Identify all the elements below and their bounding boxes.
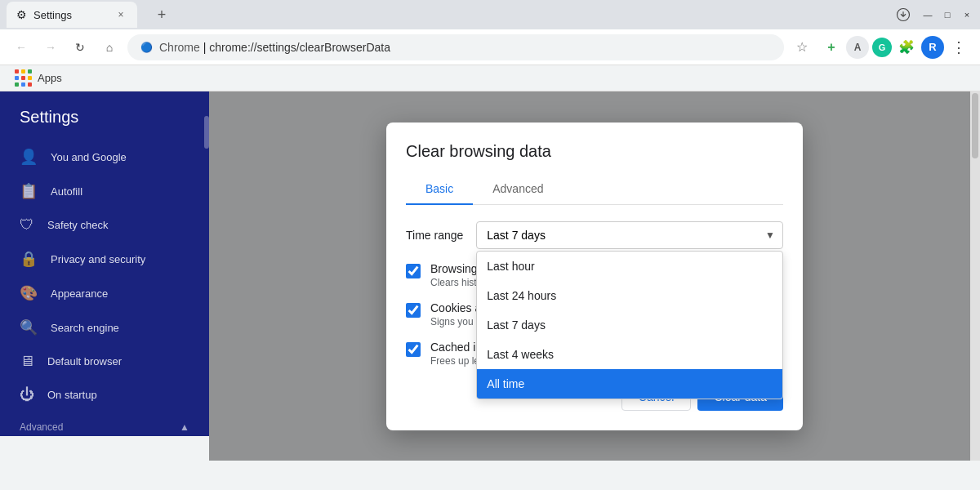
sidebar-container: Settings 👤 You and Google 📋 Autofill 🛡 S… <box>0 91 209 461</box>
on-startup-label: On startup <box>47 389 189 401</box>
you-and-google-label: You and Google <box>51 151 189 163</box>
grammarly-icon[interactable]: G <box>872 38 892 57</box>
back-button[interactable]: ← <box>10 36 33 59</box>
sidebar-item-default-browser[interactable]: 🖥 Default browser <box>0 345 209 378</box>
appearance-icon: 🎨 <box>20 284 38 302</box>
advanced-section[interactable]: Advanced ▲ <box>0 412 209 436</box>
privacy-security-label: Privacy and security <box>51 253 189 265</box>
url-text: Chrome | chrome://settings/clearBrowserD… <box>159 41 771 54</box>
dropdown-option-last-4-weeks[interactable]: Last 4 weeks <box>477 340 782 369</box>
dialog-tabs: Basic Advanced <box>406 174 783 205</box>
cookies-checkbox[interactable] <box>406 303 421 318</box>
tab-close-button[interactable]: × <box>114 8 127 21</box>
dropdown-option-last-7-days[interactable]: Last 7 days <box>477 310 782 340</box>
tab-title: Settings <box>33 9 108 21</box>
forward-button[interactable]: → <box>39 36 62 59</box>
profile-avatar-button[interactable]: R <box>921 36 944 59</box>
minimize-button[interactable]: — <box>921 8 934 21</box>
sidebar: Settings 👤 You and Google 📋 Autofill 🛡 S… <box>0 91 209 436</box>
sidebar-item-privacy-security[interactable]: 🔒 Privacy and security <box>0 242 209 276</box>
default-browser-label: Default browser <box>47 355 189 368</box>
privacy-security-icon: 🔒 <box>20 250 38 268</box>
tab-advanced[interactable]: Advanced <box>473 174 563 205</box>
new-tab-button[interactable]: + <box>150 3 173 26</box>
advanced-label: Advanced <box>20 421 63 433</box>
on-startup-icon: ⏻ <box>20 386 34 403</box>
window-controls: — □ × <box>921 8 973 21</box>
extensions-icon[interactable]: 🧩 <box>895 36 918 59</box>
tab-favicon: ⚙ <box>16 8 27 21</box>
url-site: Chrome <box>159 41 200 54</box>
apps-label: Apps <box>38 72 62 84</box>
sidebar-scroll: 👤 You and Google 📋 Autofill 🛡 Safety che… <box>0 140 209 436</box>
browsing-history-checkbox[interactable] <box>406 264 421 278</box>
extensions-plus-icon[interactable]: + <box>820 36 843 59</box>
url-path: chrome://settings/clearBrowserData <box>209 41 390 54</box>
address-bar: ← → ↻ ⌂ 🔵 Chrome | chrome://settings/cle… <box>0 29 980 65</box>
search-engine-icon: 🔍 <box>20 318 38 336</box>
translate-icon[interactable]: A <box>846 36 869 59</box>
time-range-display[interactable]: Last 7 days <box>476 221 783 249</box>
close-button[interactable]: × <box>960 8 973 21</box>
safety-check-icon: 🛡 <box>20 216 34 234</box>
url-bar[interactable]: 🔵 Chrome | chrome://settings/clearBrowse… <box>127 34 784 60</box>
download-button[interactable] <box>892 3 915 26</box>
time-range-select-wrapper[interactable]: Last 7 days ▼ Last hour Last 24 hours La… <box>476 221 783 249</box>
advanced-arrow-icon: ▲ <box>180 421 189 433</box>
dropdown-option-last-hour[interactable]: Last hour <box>477 252 782 281</box>
page-area: Clear browsing data Basic Advanced Time … <box>209 91 980 461</box>
cache-checkbox[interactable] <box>406 342 421 357</box>
safety-check-label: Safety check <box>47 219 189 231</box>
sidebar-item-on-startup[interactable]: ⏻ On startup <box>0 378 209 412</box>
tab-basic[interactable]: Basic <box>406 174 473 205</box>
modal-overlay: Clear browsing data Basic Advanced Time … <box>209 91 980 461</box>
autofill-label: Autofill <box>51 185 189 198</box>
maximize-button[interactable]: □ <box>941 8 954 21</box>
apps-grid-icon <box>15 69 33 87</box>
toolbar-icons: + A G 🧩 R ⋮ <box>820 36 970 59</box>
bookmarks-bar: Apps <box>0 65 980 91</box>
bookmark-star-button[interactable]: ☆ <box>791 36 813 59</box>
you-and-google-icon: 👤 <box>20 148 38 166</box>
sidebar-title: Settings <box>0 91 209 140</box>
sidebar-item-autofill[interactable]: 📋 Autofill <box>0 174 209 208</box>
url-security-icon: 🔵 <box>140 42 153 53</box>
sidebar-item-safety-check[interactable]: 🛡 Safety check <box>0 208 209 242</box>
autofill-icon: 📋 <box>20 182 38 200</box>
sidebar-item-appearance[interactable]: 🎨 Appearance <box>0 276 209 310</box>
apps-button[interactable]: Apps <box>10 66 67 91</box>
dropdown-option-all-time[interactable]: All time <box>477 369 782 399</box>
refresh-button[interactable]: ↻ <box>69 36 91 59</box>
appearance-label: Appearance <box>51 287 189 300</box>
page-scrollbar[interactable] <box>970 91 980 461</box>
home-button[interactable]: ⌂ <box>98 36 121 59</box>
main-content: Settings 👤 You and Google 📋 Autofill 🛡 S… <box>0 91 980 461</box>
time-range-label: Time range <box>406 229 463 242</box>
sidebar-item-search-engine[interactable]: 🔍 Search engine <box>0 310 209 345</box>
dropdown-option-last-24-hours[interactable]: Last 24 hours <box>477 281 782 310</box>
default-browser-icon: 🖥 <box>20 353 34 370</box>
active-tab[interactable]: ⚙ Settings × <box>7 2 137 28</box>
menu-button[interactable]: ⋮ <box>947 36 970 59</box>
time-range-dropdown[interactable]: Last hour Last 24 hours Last 7 days Last… <box>476 251 783 399</box>
time-range-row: Time range Last 7 days ▼ Last hour Last … <box>406 221 783 249</box>
search-engine-label: Search engine <box>51 322 189 334</box>
sidebar-item-you-and-google[interactable]: 👤 You and Google <box>0 140 209 174</box>
title-bar: ⚙ Settings × + — □ × <box>0 0 980 29</box>
dialog-title: Clear browsing data <box>406 142 783 161</box>
clear-browsing-data-dialog: Clear browsing data Basic Advanced Time … <box>386 122 803 430</box>
scrollbar-thumb[interactable] <box>972 93 978 158</box>
